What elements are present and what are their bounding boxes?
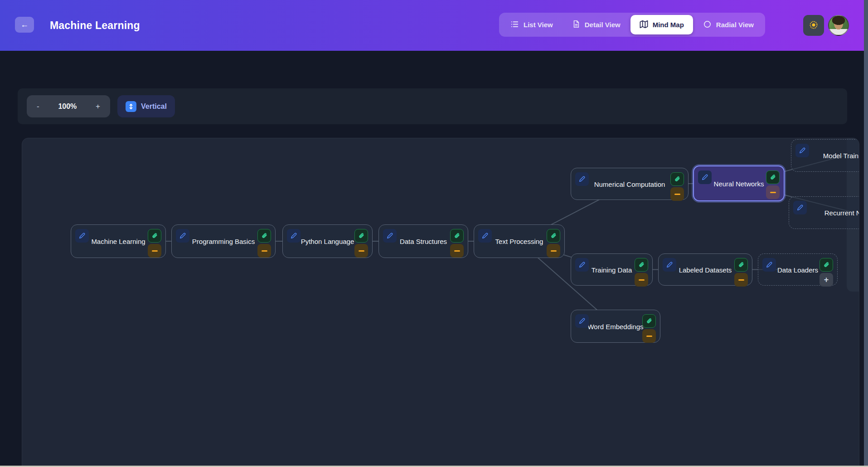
edit-pencil-icon-button[interactable] — [75, 229, 89, 243]
collapse-minus-button[interactable] — [642, 329, 656, 343]
edit-pencil-icon-button[interactable] — [575, 172, 589, 186]
attach-paperclip-button[interactable] — [547, 229, 560, 243]
attach-paperclip-button[interactable] — [450, 229, 464, 243]
orientation-toggle-button[interactable]: Vertical — [117, 95, 175, 117]
mindmap-node-ml[interactable]: Machine Learning — [71, 224, 166, 258]
attach-paperclip-button[interactable] — [635, 258, 648, 272]
app-header: ← Machine Learning List View Detail View — [0, 0, 864, 51]
edit-pencil-icon-button[interactable] — [663, 258, 676, 272]
mindmap-node-nn[interactable]: Neural Networks — [693, 165, 785, 201]
zoom-in-button[interactable]: + — [96, 102, 100, 111]
zoom-level: 100% — [58, 102, 77, 111]
mindmap-toolbar: - 100% + Vertical — [18, 88, 847, 124]
edit-pencil-icon-button[interactable] — [383, 229, 397, 243]
mindmap-canvas[interactable]: Machine LearningProgramming BasicsPython… — [22, 138, 859, 467]
zoom-out-button[interactable]: - — [37, 102, 39, 111]
vertical-scrollbar[interactable] — [864, 0, 868, 467]
collapse-minus-button[interactable] — [354, 244, 368, 258]
collapse-minus-button[interactable] — [148, 244, 161, 258]
theme-toggle-button[interactable] — [803, 15, 824, 36]
edit-pencil-icon-button[interactable] — [478, 229, 492, 243]
attach-paperclip-button[interactable] — [670, 172, 684, 186]
edit-pencil-icon-button[interactable] — [287, 229, 301, 243]
tab-label: Radial View — [716, 21, 754, 29]
collapse-minus-button[interactable] — [635, 273, 648, 287]
edit-pencil-icon-button[interactable] — [176, 229, 189, 243]
list-icon — [510, 20, 519, 30]
edit-pencil-icon-button[interactable] — [762, 258, 776, 272]
attach-paperclip-button[interactable] — [148, 229, 161, 243]
collapse-minus-button[interactable] — [766, 185, 780, 199]
mindmap-node-nc[interactable]: Numerical Computation — [571, 168, 689, 200]
mindmap-node-tp[interactable]: Text Processing — [474, 224, 565, 258]
attach-paperclip-button[interactable] — [642, 314, 656, 328]
sun-icon — [809, 20, 819, 31]
orientation-label: Vertical — [141, 102, 167, 111]
collapse-minus-button[interactable] — [547, 244, 560, 258]
mindmap-node-td[interactable]: Training Data — [571, 253, 653, 286]
tab-label: Mind Map — [653, 21, 684, 29]
mindmap-node-dl[interactable]: Data Loaders+ — [758, 253, 838, 286]
edit-pencil-icon-button[interactable] — [793, 201, 807, 214]
attach-paperclip-button[interactable] — [354, 229, 368, 243]
vertical-arrows-icon — [126, 101, 136, 112]
edit-pencil-icon-button[interactable] — [575, 258, 589, 272]
circle-icon — [703, 20, 712, 30]
user-avatar[interactable] — [828, 15, 849, 36]
tab-label: Detail View — [585, 21, 621, 29]
zoom-control: - 100% + — [27, 95, 110, 117]
mindmap-node-we[interactable]: Word Embeddings — [571, 310, 660, 343]
mindmap-node-mt[interactable]: Model Training — [791, 139, 859, 172]
tab-detail-view[interactable]: Detail View — [563, 15, 630, 34]
tab-radial-view[interactable]: Radial View — [694, 15, 763, 34]
map-icon — [640, 20, 648, 30]
tab-list-view[interactable]: List View — [501, 15, 562, 34]
expand-plus-button[interactable]: + — [820, 273, 833, 287]
document-icon — [572, 20, 580, 29]
attach-paperclip-button[interactable] — [734, 258, 748, 272]
back-arrow-icon: ← — [20, 20, 29, 29]
collapse-minus-button[interactable] — [734, 273, 748, 287]
edit-pencil-icon-button[interactable] — [795, 144, 809, 157]
attach-paperclip-button[interactable] — [257, 229, 271, 243]
collapse-minus-button[interactable] — [450, 244, 464, 258]
attach-paperclip-button[interactable] — [766, 170, 780, 184]
mindmap-node-ds[interactable]: Data Structures — [378, 224, 468, 258]
attach-paperclip-button[interactable] — [820, 258, 833, 272]
view-switcher: List View Detail View Mind Map Ra — [499, 13, 765, 37]
mindmap-node-pl[interactable]: Python Language — [282, 224, 373, 258]
collapse-minus-button[interactable] — [670, 187, 684, 201]
edit-pencil-icon-button[interactable] — [575, 314, 589, 328]
mindmap-node-rn[interactable]: Recurrent Networks — [789, 196, 859, 229]
page-title: Machine Learning — [50, 19, 140, 32]
tab-mind-map[interactable]: Mind Map — [630, 15, 693, 34]
mindmap-node-pb[interactable]: Programming Basics — [171, 224, 276, 258]
collapse-minus-button[interactable] — [257, 244, 271, 258]
back-button[interactable]: ← — [15, 17, 34, 33]
edit-pencil-icon-button[interactable] — [698, 170, 712, 184]
mindmap-node-ld[interactable]: Labeled Datasets — [658, 253, 752, 286]
tab-label: List View — [524, 21, 553, 29]
